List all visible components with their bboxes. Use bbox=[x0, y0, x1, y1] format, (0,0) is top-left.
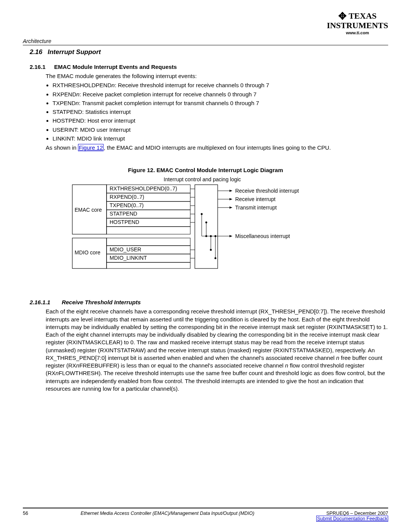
h2-title: Interrupt Support bbox=[48, 48, 101, 56]
list-item: RXPENDn: Receive packet completion inter… bbox=[53, 91, 388, 98]
subsection-paragraph: Each of the eight receive channels have … bbox=[46, 308, 388, 393]
svg-rect-11 bbox=[107, 262, 190, 268]
submit-feedback-link[interactable]: Submit Documentation Feedback bbox=[316, 516, 388, 522]
heading-4: 2.16.1.1 Receive Threshold Interrupts bbox=[30, 299, 388, 305]
h3-number: 2.16.1 bbox=[30, 64, 53, 70]
footer-page-number: 56 bbox=[23, 511, 38, 521]
svg-rect-6 bbox=[107, 227, 190, 234]
diagram-svg bbox=[68, 177, 342, 280]
page-footer: 56 Ethernet Media Access Controller (EMA… bbox=[23, 508, 388, 521]
logo-text-2: INSTRUMENTS bbox=[327, 21, 388, 30]
mdio-core-label: MDIO core bbox=[75, 249, 100, 256]
heading-3: 2.16.1 EMAC Module Interrupt Events and … bbox=[30, 64, 388, 70]
list-item: RXTHRESHOLDPENDn: Receive threshold inte… bbox=[53, 81, 388, 89]
list-item: HOSTPEND: Host error interrupt bbox=[53, 117, 388, 125]
section-tag: Architecture bbox=[23, 38, 388, 45]
sig-mdio-link: MDIO_LINKINT bbox=[110, 255, 147, 261]
list-item: LINKINT: MDIO link Interrupt bbox=[53, 135, 388, 142]
list-item: USERINT: MDIO user Interrupt bbox=[53, 126, 388, 134]
bullet-list: RXTHRESHOLDPENDn: Receive threshold inte… bbox=[53, 81, 388, 142]
sig-rxpend: RXPEND(0..7) bbox=[110, 194, 144, 200]
out-tx: Transmit interrupt bbox=[235, 204, 277, 211]
interrupt-logic-diagram: Interrupt control and pacing logic EMAC … bbox=[68, 177, 342, 280]
out-rx: Receive interrupt bbox=[235, 196, 276, 202]
sig-rxthresh: RXTHRESHOLDPEND(0..7) bbox=[110, 185, 177, 192]
svg-point-34 bbox=[215, 235, 217, 237]
svg-point-24 bbox=[201, 213, 203, 215]
sig-mdio-user: MDIO_USER bbox=[110, 246, 141, 252]
page-header: ✥ TEXAS INSTRUMENTS www.ti.com bbox=[23, 11, 388, 38]
footer-title: Ethernet Media Access Controller (EMAC)/… bbox=[38, 511, 297, 521]
logo-text-1: TEXAS bbox=[349, 11, 376, 21]
footer-doc-id: SPRUEQ6 – December 2007 bbox=[297, 511, 388, 516]
h4-title: Receive Threshold Interrupts bbox=[62, 299, 141, 305]
logo-url: www.ti.com bbox=[327, 30, 388, 35]
after-list-text: As shown in Figure 12, the EMAC and MDIO… bbox=[46, 144, 388, 152]
h2-number: 2.16 bbox=[30, 48, 42, 56]
svg-point-32 bbox=[206, 235, 207, 237]
figure-link[interactable]: Figure 12 bbox=[78, 144, 104, 151]
h4-number: 2.16.1.1 bbox=[30, 299, 60, 305]
intro-text: The EMAC module generates the following … bbox=[46, 72, 388, 80]
list-item: STATPEND: Statistics interrupt bbox=[53, 108, 388, 116]
svg-point-33 bbox=[210, 235, 212, 237]
h3-title: EMAC Module Interrupt Events and Request… bbox=[54, 64, 177, 70]
svg-rect-8 bbox=[107, 238, 190, 246]
svg-point-30 bbox=[215, 257, 217, 259]
sig-hostpend: HOSTPEND bbox=[110, 219, 139, 225]
svg-point-28 bbox=[210, 249, 212, 251]
figure-caption: Figure 12. EMAC Control Module Interrupt… bbox=[23, 167, 388, 173]
ti-logo: ✥ TEXAS INSTRUMENTS www.ti.com bbox=[327, 11, 388, 35]
out-rxthresh: Receive threshold interrupt bbox=[235, 188, 299, 194]
heading-2: 2.16 Interrupt Support bbox=[30, 48, 388, 56]
svg-point-26 bbox=[206, 222, 207, 224]
sig-txpend: TXPEND(0..7) bbox=[110, 202, 143, 208]
emac-core-label: EMAC core bbox=[75, 207, 102, 213]
list-item: TXPENDn: Transmit packet completion inte… bbox=[53, 99, 388, 107]
out-misc: Miscellaneous interrupt bbox=[235, 233, 290, 239]
sig-statpend: STATPEND bbox=[110, 211, 137, 217]
diagram-top-label: Interrupt control and pacing logic bbox=[164, 176, 241, 182]
